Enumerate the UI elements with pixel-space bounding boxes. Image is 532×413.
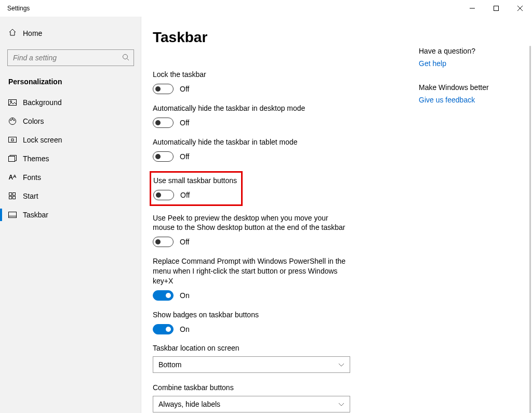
highlighted-setting: Use small taskbar buttons Off (150, 171, 243, 206)
window-title: Settings (7, 5, 30, 12)
sidebar-section-title: Personalization (0, 78, 141, 93)
svg-rect-15 (9, 193, 12, 196)
setting-hide-tablet: Automatically hide the taskbar in tablet… (153, 137, 397, 162)
minimize-button[interactable] (460, 0, 484, 17)
toggle-state: Off (180, 238, 189, 246)
svg-point-7 (10, 101, 12, 102)
toggle-state: On (180, 291, 190, 300)
sidebar-item-themes[interactable]: Themes (0, 149, 141, 168)
setting-badges: Show badges on taskbar buttons On (153, 310, 397, 334)
lock-screen-icon (8, 137, 17, 143)
search-input-field[interactable] (13, 54, 122, 62)
select-label: Combine taskbar buttons (153, 383, 397, 392)
toggle-powershell[interactable] (153, 290, 174, 301)
toggle-state: On (180, 325, 190, 333)
svg-line-5 (127, 58, 129, 60)
help-aside: Have a question? Get help Make Windows b… (419, 47, 517, 120)
fonts-icon: AA (8, 174, 17, 181)
svg-rect-19 (9, 212, 17, 218)
toggle-badges[interactable] (153, 324, 174, 334)
svg-rect-13 (11, 139, 14, 141)
sidebar-item-colors[interactable]: Colors (0, 112, 141, 131)
setting-peek: Use Peek to preview the desktop when you… (153, 213, 397, 248)
main-content: Taskbar Lock the taskbar Off Automatical… (141, 17, 532, 413)
sidebar-item-label: Start (23, 192, 38, 200)
svg-point-9 (10, 120, 11, 121)
home-label: Home (23, 29, 42, 37)
svg-point-10 (12, 119, 13, 120)
start-icon (8, 192, 17, 200)
search-icon (122, 54, 129, 62)
home-icon (8, 28, 17, 38)
picture-icon (8, 99, 17, 106)
themes-icon (8, 155, 17, 162)
sidebar-item-lock-screen[interactable]: Lock screen (0, 131, 141, 149)
toggle-state: Off (180, 191, 190, 199)
search-input[interactable] (7, 49, 134, 66)
setting-label: Automatically hide the taskbar in tablet… (153, 137, 350, 147)
chevron-down-icon (338, 400, 344, 408)
setting-label: Use small taskbar buttons (153, 176, 237, 186)
toggle-hide-desktop[interactable] (153, 118, 174, 128)
toggle-peek[interactable] (153, 237, 174, 247)
setting-label: Lock the taskbar (153, 70, 350, 80)
setting-label: Replace Command Prompt with Windows Powe… (153, 256, 350, 286)
toggle-lock-taskbar[interactable] (153, 84, 174, 94)
select-value: Always, hide labels (158, 400, 220, 408)
setting-lock-taskbar: Lock the taskbar Off (153, 70, 397, 94)
toggle-small-buttons[interactable] (153, 190, 174, 200)
setting-hide-desktop: Automatically hide the taskbar in deskto… (153, 104, 397, 128)
home-button[interactable]: Home (0, 24, 141, 42)
setting-label: Show badges on taskbar buttons (153, 310, 350, 320)
svg-rect-12 (9, 137, 17, 143)
titlebar: Settings (0, 0, 532, 17)
setting-powershell: Replace Command Prompt with Windows Powe… (153, 256, 397, 301)
select-label: Taskbar location on screen (153, 344, 397, 352)
scrollbar[interactable] (529, 46, 531, 413)
svg-point-4 (123, 54, 128, 59)
toggle-state: Off (180, 85, 189, 93)
chevron-down-icon (338, 360, 344, 369)
sidebar-item-label: Background (23, 98, 62, 107)
sidebar: Home Personalization Background Colors L… (0, 17, 141, 413)
setting-taskbar-location: Taskbar location on screen Bottom (153, 344, 397, 373)
setting-label: Use Peek to preview the desktop when you… (153, 213, 350, 233)
sidebar-item-taskbar[interactable]: Taskbar (0, 205, 141, 224)
select-value: Bottom (158, 360, 181, 369)
toggle-state: Off (180, 119, 189, 127)
sidebar-item-label: Colors (23, 117, 44, 125)
give-feedback-link[interactable]: Give us feedback (419, 96, 517, 104)
get-help-link[interactable]: Get help (419, 59, 517, 68)
page-title: Taskbar (153, 29, 397, 46)
question-heading: Have a question? (419, 47, 517, 55)
svg-rect-17 (9, 197, 12, 199)
setting-label: Automatically hide the taskbar in deskto… (153, 104, 350, 113)
toggle-state: Off (180, 152, 189, 161)
taskbar-icon (8, 212, 17, 218)
sidebar-item-label: Themes (23, 154, 49, 163)
sidebar-item-fonts[interactable]: AA Fonts (0, 168, 141, 187)
sidebar-item-label: Lock screen (23, 136, 62, 144)
maximize-button[interactable] (484, 0, 508, 17)
feedback-heading: Make Windows better (419, 83, 517, 92)
svg-point-11 (14, 120, 15, 121)
svg-rect-14 (9, 157, 15, 162)
sidebar-item-start[interactable]: Start (0, 187, 141, 205)
window-controls (460, 0, 532, 17)
palette-icon (8, 117, 17, 125)
close-button[interactable] (508, 0, 532, 17)
sidebar-item-background[interactable]: Background (0, 93, 141, 112)
select-combine-buttons[interactable]: Always, hide labels (153, 396, 350, 412)
svg-rect-1 (494, 6, 499, 11)
svg-rect-16 (13, 193, 16, 196)
setting-combine-buttons: Combine taskbar buttons Always, hide lab… (153, 383, 397, 412)
svg-rect-18 (13, 197, 16, 199)
sidebar-item-label: Fonts (23, 173, 41, 182)
select-taskbar-location[interactable]: Bottom (153, 356, 350, 373)
sidebar-item-label: Taskbar (23, 211, 48, 219)
toggle-hide-tablet[interactable] (153, 151, 174, 162)
